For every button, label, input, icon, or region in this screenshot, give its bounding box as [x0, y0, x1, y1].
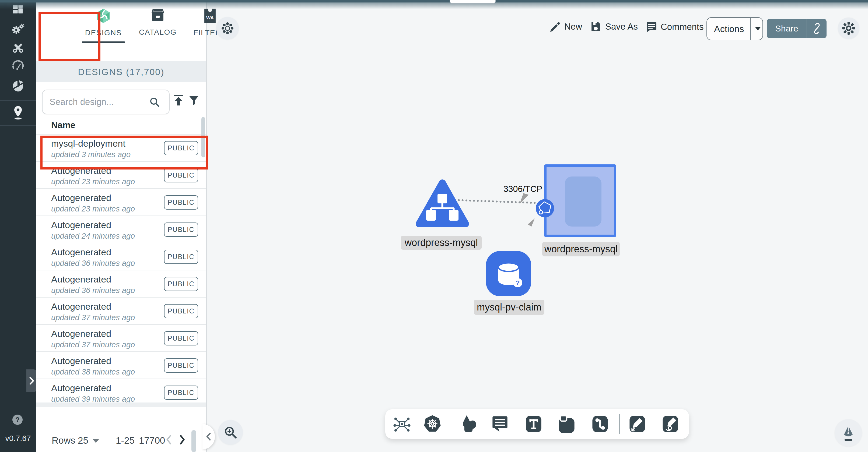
design-row[interactable]: Autogenerated updated 24 minutes ago PUB… [36, 216, 206, 243]
edge-label-pointer-icon [526, 219, 536, 229]
filter-funnel-icon[interactable] [188, 95, 200, 106]
rows-per-page-value[interactable]: 25 [78, 435, 88, 446]
new-label: New [564, 22, 582, 32]
top-drawer-handle[interactable] [450, 0, 496, 3]
actions-caret-icon[interactable] [754, 26, 762, 31]
kubernetes-helm-icon[interactable] [424, 415, 441, 433]
comments-icon [645, 21, 657, 33]
chevron-right-icon [28, 376, 35, 385]
visibility-badge: PUBLIC [164, 250, 198, 264]
catalog-drawer-icon [150, 8, 165, 23]
chevron-left-icon [206, 432, 212, 441]
design-row[interactable]: mysql-deployment updated 3 minutes ago P… [36, 134, 206, 162]
design-row[interactable]: Autogenerated updated 23 minutes ago PUB… [36, 162, 206, 189]
design-updated: updated 23 minutes ago [51, 204, 135, 213]
design-row[interactable]: Autogenerated updated 23 minutes ago PUB… [36, 189, 206, 216]
edge-port-label: 3306/TCP [503, 184, 542, 194]
node-label: wordpress-mysql [542, 242, 620, 256]
left-nav-sidebar: ? v0.7.67 [0, 0, 36, 452]
canvas-settings-button[interactable] [838, 18, 859, 39]
freehand-draw-tool-icon[interactable] [662, 415, 679, 433]
kanvas-pin-icon[interactable] [0, 105, 36, 121]
dashboard-icon[interactable] [0, 4, 36, 17]
panel-scrollbar-thumb[interactable] [191, 430, 196, 452]
share-divider [807, 19, 807, 38]
search-box[interactable] [42, 90, 169, 114]
previous-page-button[interactable] [165, 433, 173, 446]
canvas-dock-toolbar [385, 409, 689, 439]
extensions-icon[interactable] [0, 78, 36, 93]
zoom-in-button[interactable] [218, 420, 243, 445]
visibility-badge: PUBLIC [164, 168, 198, 183]
design-row[interactable]: Autogenerated updated 36 minutes ago PUB… [36, 243, 206, 270]
canvas-mode-button[interactable] [216, 17, 239, 39]
next-page-button[interactable] [178, 433, 186, 446]
visibility-badge: PUBLIC [164, 141, 198, 155]
designs-list: mysql-deployment updated 3 minutes ago P… [36, 134, 206, 406]
designs-panel: DESIGNS CATALOG WA [36, 0, 207, 452]
help-button[interactable]: ? [12, 415, 23, 425]
sidebar-expand-button[interactable] [26, 369, 37, 392]
dock-divider [452, 414, 452, 434]
tab-catalog[interactable]: CATALOG [133, 8, 182, 57]
new-design-button[interactable]: New [549, 21, 582, 32]
configuration-tools-icon[interactable] [0, 41, 36, 54]
notes-comment-icon[interactable] [491, 415, 508, 433]
deployment-inner-pod[interactable] [565, 176, 601, 227]
design-updated: updated 38 minutes ago [51, 367, 135, 377]
design-name: Autogenerated [51, 220, 111, 230]
visibility-badge: PUBLIC [164, 304, 198, 318]
design-name: Autogenerated [51, 356, 111, 366]
design-row[interactable]: Autogenerated updated 39 minutes ago PUB… [36, 379, 206, 406]
tab-designs[interactable]: DESIGNS [79, 8, 128, 57]
pvc-node-mysql-pv-claim[interactable]: ? [486, 251, 531, 296]
text-tool-icon[interactable] [525, 415, 542, 433]
design-name: mysql-deployment [51, 138, 125, 149]
upload-design-icon[interactable] [173, 94, 184, 106]
design-updated: updated 3 minutes ago [51, 150, 131, 159]
design-row[interactable]: Autogenerated updated 37 minutes ago PUB… [36, 297, 206, 325]
visibility-badge: PUBLIC [164, 223, 198, 237]
design-updated: updated 37 minutes ago [51, 313, 135, 322]
service-node-wordpress-mysql[interactable] [415, 178, 470, 231]
design-updated: updated 23 minutes ago [51, 177, 135, 186]
visibility-badge: PUBLIC [164, 386, 198, 400]
svg-text:WA: WA [206, 15, 214, 21]
design-row[interactable]: Autogenerated updated 38 minutes ago PUB… [36, 352, 206, 379]
annotation-pen-button[interactable] [835, 419, 862, 447]
dock-divider [619, 414, 620, 434]
design-row[interactable]: Autogenerated updated 36 minutes ago PUB… [36, 270, 206, 297]
actions-divider [750, 18, 751, 40]
design-name: Autogenerated [51, 165, 111, 176]
rectangle-tool-icon[interactable] [558, 415, 575, 433]
performance-gauge-icon[interactable] [0, 59, 36, 71]
pen-tool-icon[interactable] [629, 415, 646, 433]
total-count: 17700 [139, 435, 165, 446]
share-button[interactable]: Share [767, 19, 827, 38]
design-updated: updated 24 minutes ago [51, 232, 135, 240]
search-input[interactable] [49, 97, 147, 107]
collapse-panel-button[interactable] [203, 424, 215, 449]
lifecycle-gears-icon[interactable] [0, 22, 36, 36]
list-scrollbar-thumb[interactable] [202, 117, 205, 157]
node-label: mysql-pv-claim [474, 300, 545, 315]
column-header-name: Name [51, 120, 75, 130]
pen-nib-icon [841, 425, 856, 441]
design-name: Autogenerated [51, 328, 111, 339]
pencil-new-icon [549, 21, 561, 32]
pod-badge-icon[interactable] [535, 199, 555, 218]
rows-per-page-caret-icon[interactable] [92, 438, 100, 444]
components-circuit-icon[interactable] [393, 415, 411, 433]
actions-button[interactable]: Actions [707, 17, 763, 40]
visibility-badge: PUBLIC [164, 277, 198, 291]
designs-count-header: DESIGNS (17,700) [36, 61, 206, 82]
comments-button[interactable]: Comments [645, 21, 704, 33]
copy-link-icon[interactable] [811, 23, 822, 34]
connect-link-tool-icon[interactable] [592, 415, 609, 433]
shapes-icon[interactable] [460, 415, 477, 433]
deployment-node-wordpress-mysql[interactable] [544, 164, 616, 237]
save-as-button[interactable]: Save As [590, 21, 638, 32]
design-row[interactable]: Autogenerated updated 37 minutes ago PUB… [36, 325, 206, 352]
wasm-filter-icon: WA [203, 8, 217, 24]
question-badge-icon: ? [513, 278, 522, 287]
